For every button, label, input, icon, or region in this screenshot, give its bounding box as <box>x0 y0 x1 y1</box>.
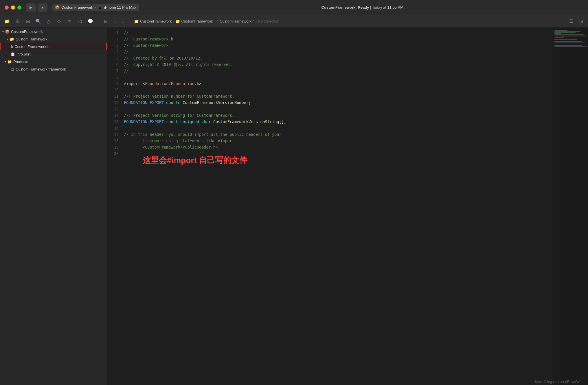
run-button[interactable]: ▶ <box>26 3 36 12</box>
status-divider: | <box>370 5 372 10</box>
breadcrumb-item-3[interactable]: h CustomFramework.h <box>216 19 255 23</box>
code-line-7: // <box>124 68 553 74</box>
code-line-8 <box>124 74 553 80</box>
sidebar-item-root-label: CustomFramework <box>11 29 43 34</box>
sidebar-item-infoplist[interactable]: 📋 Info.plist <box>0 50 107 58</box>
minimap-line-12 <box>554 42 585 43</box>
toolbar: 📁 ⚠ ⊞ 🔍 △ ◇ ≡ ◁ 💬 ⊟ ‹ › 📁 CustomFramewor… <box>0 15 588 28</box>
minimap-line-15 <box>554 46 587 47</box>
code-line-17-annotation: 这里会#import 自己写的文件 <box>124 150 553 163</box>
breadcrumb-sep-3: › <box>256 20 257 23</box>
products-arrow-icon: ▾ <box>5 60 6 63</box>
breadcrumb-item-2[interactable]: 📁 CustomFramework <box>175 19 213 24</box>
folder-icon[interactable]: 📁 <box>3 17 11 25</box>
ln-16: 16 <box>107 125 119 131</box>
breadcrumb-header-icon: h <box>216 19 218 23</box>
sidebar-item-root[interactable]: ▾ 📦 CustomFramework <box>0 28 107 35</box>
sidebar-item-group1[interactable]: ▾ 📁 CustomFramework <box>0 35 107 43</box>
project-file-icon: 📦 <box>5 29 10 34</box>
nav-arrows: ‹ › <box>112 18 126 25</box>
annotation-text: 这里会#import 自己写的文件 <box>143 156 247 165</box>
search-icon[interactable]: 🔍 <box>34 17 42 25</box>
code-line-13 <box>124 106 553 112</box>
sidebar-item-framework-label: CustomFramework.framework <box>16 67 66 71</box>
ln-17: 17 <box>107 131 119 138</box>
code-line-17c: <CustomFramework/PublicHeader.h> <box>124 144 553 150</box>
warning-icon[interactable]: ⚠ <box>13 17 21 25</box>
code-line-2: // CustomFramework.h <box>124 36 553 42</box>
breadcrumb-label-1: CustomFramework <box>140 19 172 23</box>
ln-1: 1 <box>107 29 119 36</box>
grid-icon[interactable]: ⊞ <box>24 17 32 25</box>
minimap-line-1 <box>554 30 567 31</box>
products-folder-icon: 📁 <box>7 60 12 64</box>
scheme-selector[interactable]: 📦 CustomFramework › 📱 iPhone 11 Pro Max <box>52 4 139 11</box>
ln-20: 20 <box>107 150 119 157</box>
breadcrumb: 📁 CustomFramework › 📁 CustomFramework › … <box>134 19 565 24</box>
line-numbers: 1 2 3 4 5 6 7 8 9 10 11 12 13 14 15 16 1… <box>107 28 122 385</box>
ln-4: 4 <box>107 49 119 55</box>
code-line-19 <box>124 169 553 176</box>
status-text: CustomFramework: Ready <box>321 5 369 10</box>
breadcrumb-sep-1: › <box>173 20 174 23</box>
code-line-10 <box>124 87 553 93</box>
ln-9: 9 <box>107 80 119 87</box>
list-icon[interactable]: ≡ <box>65 17 74 25</box>
editor-area: 1 2 3 4 5 6 7 8 9 10 11 12 13 14 15 16 1… <box>107 28 588 385</box>
breadcrumb-no-selection: No Selection <box>258 19 279 23</box>
diamond-icon[interactable]: ◇ <box>55 17 63 25</box>
toolbar-divider-1 <box>98 18 98 24</box>
forward-arrow[interactable]: › <box>120 18 126 25</box>
minimap-line-7 <box>554 37 564 38</box>
ln-5: 5 <box>107 55 119 61</box>
minimap-line-11 <box>554 41 582 42</box>
device-icon: 📱 <box>98 5 102 10</box>
ln-6: 6 <box>107 61 119 68</box>
scheme-name: CustomFramework <box>61 5 93 10</box>
arrow-icon: ▾ <box>2 30 4 33</box>
stop-button[interactable]: ■ <box>38 3 47 12</box>
ln-19: 19 <box>107 144 119 150</box>
minimize-button[interactable] <box>11 5 15 10</box>
watermark: https://blog.csdn.net/RoverWord <box>535 380 585 384</box>
ln-3: 3 <box>107 42 119 49</box>
minimap-line-9 <box>554 39 577 40</box>
breadcrumb-label-2: CustomFramework <box>181 19 213 23</box>
ln-8: 8 <box>107 74 119 80</box>
comment-icon[interactable]: 💬 <box>86 17 94 25</box>
titlebar: ▶ ■ 📦 CustomFramework › 📱 iPhone 11 Pro … <box>0 0 588 15</box>
main-layout: ▾ 📦 CustomFramework ▾ 📁 CustomFramework … <box>0 28 588 385</box>
breadcrumb-folder-icon-1: 📁 <box>134 19 139 24</box>
ln-13: 13 <box>107 106 119 112</box>
alert-icon[interactable]: △ <box>45 17 53 25</box>
code-line-3: // CustomFramework <box>124 42 553 49</box>
back-arrow[interactable]: ‹ <box>112 18 118 25</box>
code-line-16 <box>124 125 553 131</box>
minimap-line-3 <box>554 32 576 33</box>
device-name: iPhone 11 Pro Max <box>104 5 136 10</box>
plist-icon: 📋 <box>10 52 15 56</box>
folder-icon-1: 📁 <box>10 37 14 41</box>
ln-11: 11 <box>107 93 119 99</box>
ln-2: 2 <box>107 36 119 42</box>
code-line-11: //! Project version number for CustomFra… <box>124 93 553 99</box>
sidebar-item-products-label: Products <box>13 60 28 64</box>
ln-12: 12 <box>107 99 119 106</box>
sidebar-item-framework[interactable]: 🗂 CustomFramework.framework <box>0 65 107 73</box>
sidebar-item-header[interactable]: h CustomFramework.h <box>0 43 107 50</box>
maximize-button[interactable] <box>17 5 21 10</box>
sidebar-item-infoplist-label: Info.plist <box>16 52 30 56</box>
code-line-17: // In this header, you should import all… <box>124 131 553 138</box>
breadcrumb-item-1[interactable]: 📁 CustomFramework <box>134 19 172 24</box>
menu-icon[interactable]: ☰ <box>567 17 575 25</box>
sidebar: ▾ 📦 CustomFramework ▾ 📁 CustomFramework … <box>0 28 107 385</box>
close-button[interactable] <box>5 5 9 10</box>
sidebar-item-products[interactable]: ▾ 📁 Products <box>0 58 107 65</box>
group1-arrow-icon: ▾ <box>7 38 8 41</box>
titlebar-controls: ▶ ■ <box>26 3 47 12</box>
grid2-icon[interactable]: ⊟ <box>102 17 110 25</box>
tag-icon[interactable]: ◁ <box>76 17 84 25</box>
code-content[interactable]: // // CustomFramework.h // CustomFramewo… <box>122 28 553 385</box>
project-icon: 📦 <box>55 5 60 10</box>
split-icon[interactable]: ⊡ <box>577 17 585 25</box>
